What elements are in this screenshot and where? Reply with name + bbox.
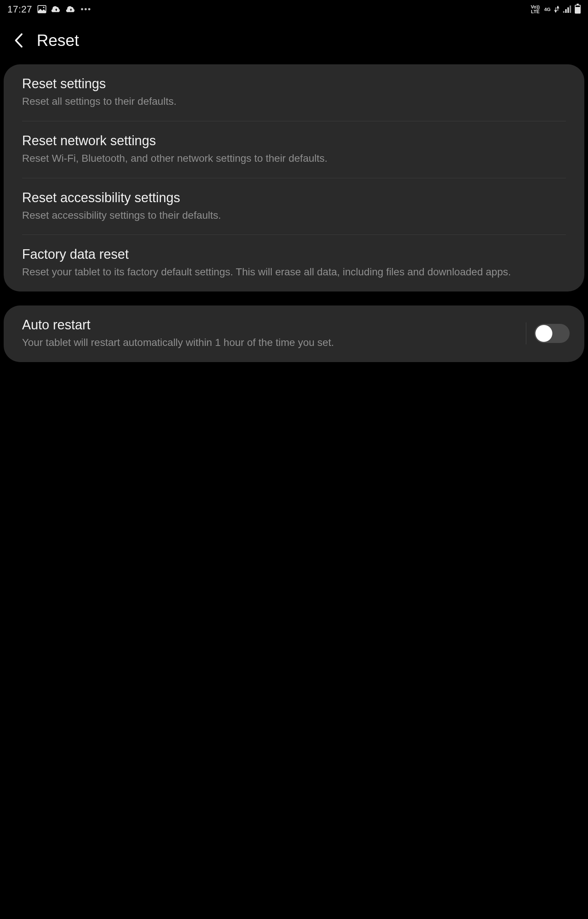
header: Reset — [0, 18, 588, 64]
item-title: Auto restart — [22, 317, 515, 333]
auto-restart-toggle[interactable] — [534, 324, 570, 343]
item-title: Factory data reset — [22, 247, 566, 262]
status-right: Vo)) LTE 4G — [531, 5, 581, 14]
item-subtitle: Reset Wi-Fi, Bluetooth, and other networ… — [22, 152, 566, 165]
item-subtitle: Reset all settings to their defaults. — [22, 94, 566, 108]
reset-accessibility-settings-item[interactable]: Reset accessibility settings Reset acces… — [4, 178, 584, 235]
item-subtitle: Reset accessibility settings to their de… — [22, 208, 566, 222]
cloud-icon-2 — [66, 5, 76, 13]
network-indicator: 4G — [544, 7, 551, 12]
data-arrows-icon — [554, 6, 559, 13]
page-title: Reset — [37, 31, 79, 50]
reset-options-card: Reset settings Reset all settings to the… — [4, 64, 584, 292]
toggle-divider — [526, 322, 526, 344]
more-icon: ••• — [81, 5, 92, 14]
status-left: 17:27 ••• — [7, 4, 92, 15]
picture-icon — [37, 5, 46, 13]
signal-icon — [563, 5, 571, 13]
item-subtitle: Reset your tablet to its factory default… — [22, 265, 566, 279]
auto-restart-item[interactable]: Auto restart Your tablet will restart au… — [4, 305, 584, 362]
volte-indicator: Vo)) LTE — [531, 5, 540, 14]
item-title: Reset accessibility settings — [22, 190, 566, 205]
toggle-knob — [535, 325, 552, 342]
svg-point-1 — [43, 6, 44, 8]
chevron-left-icon — [14, 33, 23, 48]
reset-settings-item[interactable]: Reset settings Reset all settings to the… — [4, 64, 584, 121]
item-title: Reset network settings — [22, 133, 566, 149]
item-title: Reset settings — [22, 76, 566, 92]
toggle-text: Auto restart Your tablet will restart au… — [22, 317, 526, 350]
cloud-icon — [52, 5, 61, 13]
battery-icon — [575, 5, 581, 14]
item-subtitle: Your tablet will restart automatically w… — [22, 336, 515, 350]
reset-network-settings-item[interactable]: Reset network settings Reset Wi-Fi, Blue… — [4, 121, 584, 178]
auto-restart-card: Auto restart Your tablet will restart au… — [4, 305, 584, 362]
status-bar: 17:27 ••• Vo)) LTE 4G — [0, 0, 588, 18]
status-time: 17:27 — [7, 4, 32, 15]
factory-data-reset-item[interactable]: Factory data reset Reset your tablet to … — [4, 235, 584, 292]
back-button[interactable] — [11, 33, 26, 48]
